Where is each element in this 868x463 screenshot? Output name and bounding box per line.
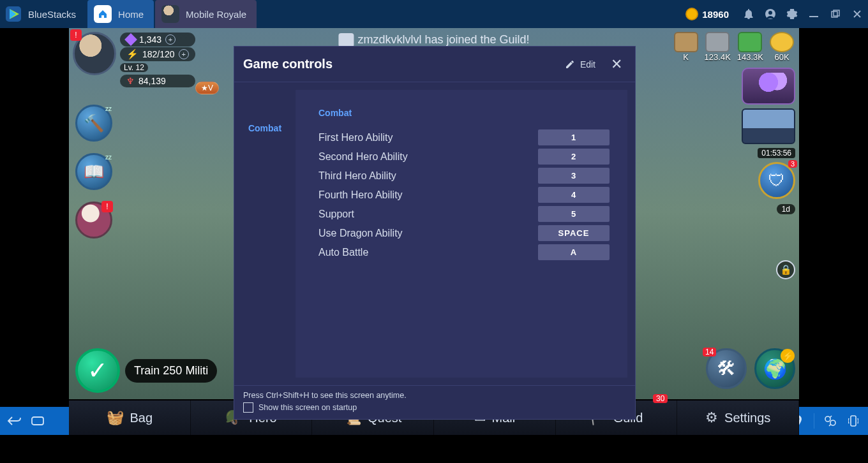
resource-k[interactable]: K — [674, 32, 698, 62]
dialog-content: Combat First Hero Ability1 Second Hero A… — [296, 90, 627, 378]
control-label: Auto Battle — [318, 247, 368, 258]
guild-banner: zmzdkvklvlvl has joined the Guild! — [338, 33, 529, 47]
window-minimize-icon[interactable] — [804, 4, 823, 24]
resource-gold[interactable]: 60K — [770, 32, 794, 62]
tab-mobile-royale[interactable]: Mobile Royale — [155, 0, 257, 28]
svg-point-2 — [768, 11, 772, 15]
tab-game-label: Mobile Royale — [186, 9, 246, 20]
event-thumbnail[interactable] — [742, 108, 795, 144]
lock-icon: 🔒 — [780, 264, 792, 275]
game-avatar-icon — [161, 5, 179, 23]
close-button[interactable]: ✕ — [607, 54, 626, 75]
alert-badge-icon: ! — [101, 201, 113, 212]
power-icon: ♆ — [126, 76, 135, 86]
right-event-column: 01:53:56 🛡3 1d 🔒 — [737, 68, 795, 279]
stone-value: 123.4K — [705, 52, 731, 62]
app-stage: ! 1,343+ ⚡182/120+ Lv. 12 ♆84,139 K 123.… — [0, 28, 868, 435]
left-shortcut-column: 🔨zz 📖zz ! — [75, 105, 112, 239]
tab-home[interactable]: Home — [87, 0, 154, 28]
window-restore-icon[interactable] — [826, 4, 845, 24]
add-gems-icon[interactable]: + — [165, 34, 176, 45]
resource-stone[interactable]: 123.4K — [705, 32, 731, 62]
task-hint[interactable]: ✓ Train 250 Militi — [75, 348, 217, 393]
window-close-icon[interactable] — [848, 4, 867, 24]
gear-icon: ⚙ — [705, 409, 718, 426]
nav-bag[interactable]: 🧺Bag — [69, 401, 191, 435]
task-check-button[interactable]: ✓ — [75, 348, 120, 393]
category-combat[interactable]: Combat — [234, 123, 296, 133]
wood-icon — [738, 32, 762, 52]
boost-icon: ⚡ — [781, 349, 795, 363]
bluestacks-titlebar: BlueStacks Home Mobile Royale 18960 — [0, 0, 868, 28]
coin-balance[interactable]: 18960 — [685, 8, 729, 20]
research-button[interactable]: 📖zz — [75, 153, 112, 190]
shake-icon[interactable] — [844, 411, 863, 430]
build-button[interactable]: 🔨zz — [75, 105, 112, 142]
keybind-input[interactable]: 5 — [538, 206, 610, 222]
task-label: Train 250 Militi — [125, 359, 217, 383]
idle-zz-icon: zz — [105, 105, 112, 112]
edit-button[interactable]: Edit — [565, 59, 595, 70]
world-map-button[interactable]: ⚡🌍 — [754, 348, 795, 389]
shield-duration: 1d — [777, 204, 795, 214]
resource-k-value: K — [683, 52, 689, 62]
coin-icon — [685, 8, 698, 20]
home-icon — [94, 5, 112, 23]
keybind-input[interactable]: 1 — [538, 129, 610, 145]
keybind-input[interactable]: 2 — [538, 149, 610, 165]
keybind-input[interactable]: A — [538, 244, 610, 260]
home-button[interactable] — [28, 411, 47, 430]
resource-wood[interactable]: 143.3K — [737, 32, 763, 62]
gold-icon — [770, 32, 794, 52]
gem-row[interactable]: 1,343+ — [120, 33, 195, 47]
keybind-input[interactable]: 3 — [538, 168, 610, 184]
resource-k-icon — [674, 32, 698, 52]
control-label: First Hero Ability — [318, 132, 393, 143]
control-row: First Hero Ability1 — [318, 129, 610, 145]
notifications-icon[interactable] — [739, 4, 758, 24]
pencil-icon — [565, 59, 575, 70]
event-timer: 01:53:56 — [758, 148, 795, 158]
shield-icon: 🛡 — [768, 171, 785, 191]
control-label: Fourth Hero Ability — [318, 189, 403, 201]
guild-badge-count: 30 — [653, 394, 668, 403]
keybind-input[interactable]: SPACE — [538, 225, 610, 241]
screenshot-icon[interactable] — [821, 411, 840, 430]
coin-amount: 18960 — [702, 9, 729, 20]
reward-chest[interactable] — [742, 68, 795, 105]
svg-rect-6 — [32, 417, 43, 425]
power-value: 84,139 — [138, 76, 166, 86]
nav-settings[interactable]: ⚙Settings — [677, 401, 799, 435]
add-energy-icon[interactable]: + — [179, 49, 189, 59]
control-row: Third Hero Ability3 — [318, 168, 610, 184]
hero-avatar-elf[interactable]: ! — [75, 202, 112, 239]
control-row: Support5 — [318, 206, 610, 222]
svg-rect-16 — [851, 416, 856, 426]
account-icon[interactable] — [761, 4, 780, 24]
shield-event[interactable]: 🛡3 — [758, 162, 795, 199]
section-heading: Combat — [318, 108, 610, 118]
startup-label: Show this screen on startup — [258, 403, 357, 412]
locked-feature[interactable]: 🔒 — [776, 260, 795, 279]
tools-count: 14 — [703, 348, 716, 356]
keybind-input[interactable]: 4 — [538, 187, 610, 203]
svg-rect-3 — [809, 16, 818, 17]
stone-icon — [705, 32, 730, 52]
tools-button[interactable]: 14🛠 — [706, 348, 747, 389]
dialog-category-list: Combat — [234, 82, 296, 385]
control-label: Second Hero Ability — [318, 151, 408, 163]
back-button[interactable] — [5, 411, 24, 430]
checkmark-icon: ✓ — [87, 356, 108, 385]
startup-checkbox[interactable] — [243, 402, 253, 413]
dialog-header: Game controls Edit ✕ — [234, 47, 635, 82]
energy-row[interactable]: ⚡182/120+ — [120, 47, 195, 61]
brand-label: BlueStacks — [28, 9, 76, 20]
gem-icon — [124, 33, 137, 46]
wood-value: 143.3K — [737, 52, 763, 62]
control-row: Second Hero Ability2 — [318, 149, 610, 165]
settings-gear-icon[interactable] — [782, 4, 802, 24]
power-row[interactable]: ♆84,139 — [120, 75, 195, 87]
bottom-right-buttons: 14🛠 ⚡🌍 — [706, 348, 795, 389]
tab-home-label: Home — [118, 9, 144, 20]
book-icon: 📖 — [84, 162, 104, 182]
